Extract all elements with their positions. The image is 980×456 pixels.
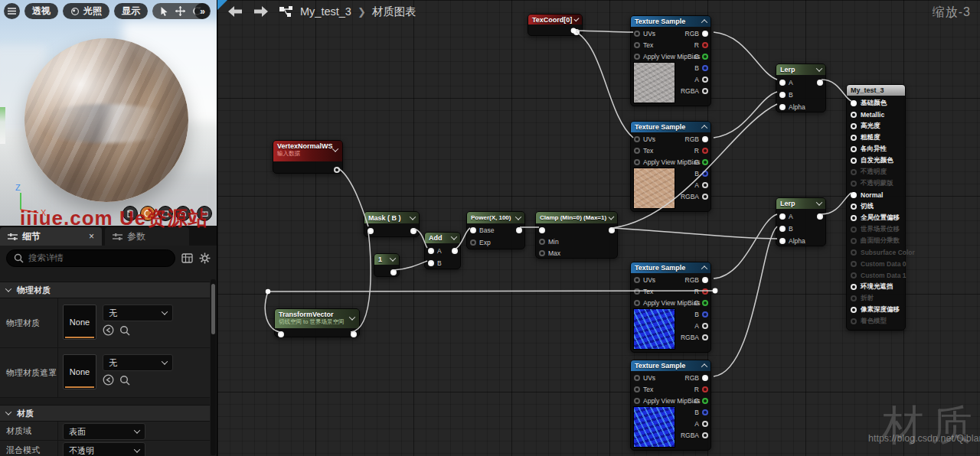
preview-sphere[interactable] bbox=[24, 38, 188, 202]
mask-output-pin[interactable] bbox=[410, 226, 416, 236]
lerp-input-alpha[interactable]: Alpha bbox=[779, 236, 805, 246]
viewport-menu-button[interactable] bbox=[4, 3, 20, 19]
browse-icon[interactable] bbox=[119, 325, 130, 336]
pin-rgb[interactable]: RGB bbox=[685, 275, 708, 285]
pin-metallic[interactable]: Metallic bbox=[847, 109, 905, 120]
pin-world-position-offset[interactable]: 全局位置偏移 bbox=[847, 212, 905, 223]
pin-g[interactable]: G bbox=[694, 396, 708, 406]
pin-b[interactable]: B bbox=[694, 168, 708, 178]
search-box[interactable] bbox=[6, 249, 175, 267]
power-output-pin[interactable] bbox=[516, 225, 522, 235]
pin-roughness[interactable]: 粗糙度 bbox=[847, 132, 905, 143]
lerp-output-pin[interactable] bbox=[817, 211, 823, 221]
pin-uvs[interactable]: UVs bbox=[634, 275, 655, 285]
section-physical-material[interactable]: 物理材质 bbox=[0, 282, 210, 298]
node-texture-sample-2[interactable]: Texture Sample UVs Tex Apply View MipBia… bbox=[630, 121, 711, 212]
pin-uvs[interactable]: UVs bbox=[634, 28, 655, 38]
pin-r[interactable]: R bbox=[694, 145, 708, 155]
lerp-input-a[interactable]: A bbox=[779, 77, 793, 87]
pin-rgba[interactable]: RGBA bbox=[681, 191, 708, 201]
physical-material-thumbnail[interactable]: None bbox=[63, 305, 96, 340]
pin-g[interactable]: G bbox=[694, 157, 708, 167]
pin-rgba[interactable]: RGBA bbox=[681, 332, 708, 342]
back-button[interactable] bbox=[227, 5, 243, 18]
use-selected-icon[interactable] bbox=[103, 324, 114, 336]
section-material[interactable]: 材质 bbox=[0, 405, 210, 422]
breadcrumb-page[interactable]: 材质图表 bbox=[372, 5, 416, 19]
node-add[interactable]: Add A B bbox=[424, 232, 461, 269]
pin-ambient-occlusion[interactable]: 环境光遮挡 bbox=[847, 281, 905, 292]
node-texture-sample-4[interactable]: Texture Sample UVs Tex Apply View MipBia… bbox=[630, 360, 711, 451]
lit-mode-button[interactable]: 光照 bbox=[63, 3, 109, 19]
pin-a[interactable]: A bbox=[694, 74, 708, 84]
pin-r[interactable]: R bbox=[694, 384, 708, 394]
pin-mipbias[interactable]: Apply View MipBias bbox=[634, 51, 701, 61]
close-tab-icon[interactable]: × bbox=[89, 231, 94, 242]
browse-icon[interactable] bbox=[119, 375, 130, 386]
forward-button[interactable] bbox=[253, 5, 270, 18]
physical-material-mask-thumbnail[interactable]: None bbox=[63, 354, 96, 389]
node-vertex-normal-ws[interactable]: VertexNormalWS 输入数据 bbox=[273, 140, 343, 174]
pin-tex[interactable]: Tex bbox=[634, 145, 653, 155]
vertexnormal-output-pin[interactable] bbox=[334, 164, 340, 174]
lerp-input-b[interactable]: B bbox=[779, 90, 793, 99]
clamp-output-pin[interactable] bbox=[609, 225, 615, 235]
power-input-exp[interactable]: Exp bbox=[470, 237, 491, 247]
lerp-input-alpha[interactable]: Alpha bbox=[779, 102, 805, 112]
lerp-input-a[interactable]: A bbox=[779, 211, 793, 221]
pin-mipbias[interactable]: Apply View MipBias bbox=[634, 396, 701, 406]
pin-specular[interactable]: 高光度 bbox=[847, 120, 905, 132]
clamp-input-min[interactable]: Min bbox=[539, 236, 559, 246]
add-input-a[interactable]: A bbox=[428, 246, 442, 256]
add-output-pin[interactable] bbox=[452, 246, 458, 256]
pin-rgba[interactable]: RGBA bbox=[681, 86, 708, 96]
power-input-base[interactable]: Base bbox=[470, 225, 494, 235]
pin-a[interactable]: A bbox=[694, 419, 708, 428]
move-tool-icon[interactable] bbox=[175, 6, 185, 16]
pin-tex[interactable]: Tex bbox=[634, 40, 653, 50]
mask-input-pin[interactable] bbox=[368, 226, 374, 236]
add-input-b[interactable]: B bbox=[428, 258, 442, 268]
texcoord-output-pin[interactable] bbox=[573, 27, 580, 37]
pin-g[interactable]: G bbox=[694, 298, 708, 308]
pin-pixel-depth-offset[interactable]: 像素深度偏移 bbox=[847, 304, 905, 315]
lerp-output-pin[interactable] bbox=[817, 77, 823, 87]
pin-uvs[interactable]: UVs bbox=[634, 373, 655, 383]
constant-output-pin[interactable] bbox=[390, 267, 397, 277]
physical-material-select[interactable]: 无 bbox=[103, 305, 173, 321]
pin-b[interactable]: B bbox=[694, 63, 708, 73]
node-texture-sample-1[interactable]: Texture Sample UVs Tex Apply View MipBia… bbox=[630, 15, 711, 106]
scrollbar-thumb[interactable] bbox=[211, 284, 215, 334]
breadcrumb-asset[interactable]: My_test_3 bbox=[300, 5, 351, 18]
node-power[interactable]: Power(X, 100) Base Exp bbox=[466, 211, 525, 249]
pin-anisotropy[interactable]: 各向异性 bbox=[847, 143, 905, 155]
show-button[interactable]: 显示 bbox=[114, 3, 148, 19]
node-material-output[interactable]: My_test_3 基础颜色 Metallic 高光度 粗糙度 各向异性 自发光… bbox=[846, 84, 906, 331]
pin-rgb[interactable]: RGB bbox=[685, 134, 708, 144]
clamp-input-max[interactable]: Max bbox=[539, 248, 560, 258]
material-preview-viewport[interactable]: 透视 光照 显示 » Z X bbox=[0, 0, 217, 226]
node-texture-sample-3[interactable]: Texture Sample UVs Tex Apply View MipBia… bbox=[630, 262, 711, 353]
blend-mode-select[interactable]: 不透明 bbox=[63, 442, 145, 456]
pin-mipbias[interactable]: Apply View MipBias bbox=[634, 298, 701, 308]
clamp-input-pin[interactable] bbox=[539, 225, 545, 235]
node-lerp-2[interactable]: Lerp A B Alpha bbox=[776, 197, 826, 246]
pin-emissive[interactable]: 自发光颜色 bbox=[847, 155, 905, 166]
node-lerp-1[interactable]: Lerp A B Alpha bbox=[776, 64, 826, 112]
display-filter-button[interactable] bbox=[181, 253, 193, 263]
pin-r[interactable]: R bbox=[694, 286, 708, 296]
lerp-input-b[interactable]: B bbox=[779, 223, 793, 233]
pin-rgba[interactable]: RGBA bbox=[681, 430, 708, 440]
select-cursor-icon[interactable] bbox=[160, 6, 168, 16]
pin-tex[interactable]: Tex bbox=[634, 286, 653, 296]
pin-tex[interactable]: Tex bbox=[634, 384, 653, 394]
toolbar-expand-button[interactable]: » bbox=[194, 3, 211, 19]
pin-b[interactable]: B bbox=[694, 309, 708, 319]
pin-base-color[interactable]: 基础颜色 bbox=[847, 97, 905, 109]
material-domain-select[interactable]: 表面 bbox=[63, 423, 145, 440]
pin-mipbias[interactable]: Apply View MipBias bbox=[634, 157, 701, 167]
node-transform-vector[interactable]: TransformVector 切线空间 to 世界场景空间 bbox=[274, 308, 360, 337]
transform-input-pin[interactable] bbox=[278, 329, 284, 339]
search-input[interactable] bbox=[28, 253, 168, 262]
node-clamp[interactable]: Clamp (Min=0) (Max=1) Min Max bbox=[535, 211, 618, 259]
